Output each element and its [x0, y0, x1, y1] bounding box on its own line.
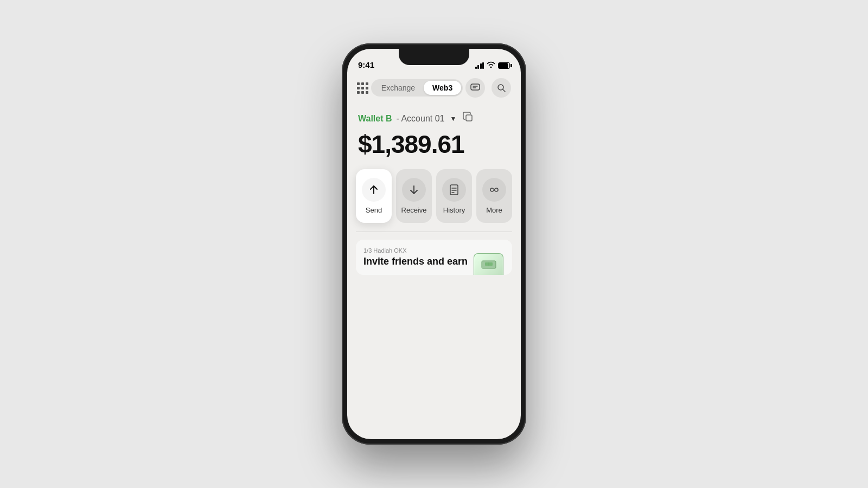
tab-web3[interactable]: Web3: [424, 81, 461, 95]
status-icons: [475, 61, 510, 69]
dropdown-arrow-icon[interactable]: ▼: [450, 115, 456, 123]
search-icon: [497, 84, 506, 92]
tab-switcher: Exchange Web3: [371, 79, 463, 97]
svg-rect-8: [450, 185, 458, 195]
copy-icon: [463, 112, 474, 123]
send-icon-circle: [362, 178, 386, 202]
svg-rect-0: [471, 84, 480, 90]
receive-icon-circle: [402, 178, 426, 202]
search-button[interactable]: [492, 78, 511, 98]
more-infinity-icon: [488, 184, 500, 196]
svg-line-4: [503, 89, 505, 92]
top-nav: Exchange Web3: [347, 73, 521, 103]
send-arrow-icon: [368, 184, 380, 196]
wallet-name[interactable]: Wallet B: [358, 114, 392, 124]
svg-rect-5: [466, 115, 472, 121]
banner-section[interactable]: 1/3 Hadiah OKX Invite friends and earn: [347, 232, 521, 282]
message-icon: [470, 84, 480, 92]
banner-card[interactable]: 1/3 Hadiah OKX Invite friends and earn: [356, 240, 512, 275]
tab-exchange[interactable]: Exchange: [373, 81, 424, 95]
balance-amount: $1,389.61: [358, 131, 510, 158]
account-header: Wallet B - Account 01 ▼: [358, 112, 510, 125]
message-button[interactable]: [465, 78, 485, 98]
grid-menu-icon[interactable]: [357, 82, 368, 94]
banner-label: 1/3 Hadiah OKX: [363, 247, 505, 254]
wifi-icon: [487, 61, 495, 69]
phone-screen: 9:41: [347, 49, 521, 439]
more-button[interactable]: More: [476, 169, 512, 223]
more-label: More: [486, 206, 502, 214]
account-section: Wallet B - Account 01 ▼ $1,389.61: [347, 103, 521, 163]
screen-content: Exchange Web3: [347, 73, 521, 439]
action-buttons: Send Receive: [347, 163, 521, 232]
nav-actions: [465, 78, 511, 98]
banner-image: [474, 253, 503, 275]
receive-arrow-icon: [408, 184, 420, 196]
copy-address-button[interactable]: [463, 112, 474, 125]
more-icon-circle: [482, 178, 506, 202]
history-icon-circle: [442, 178, 466, 202]
send-button[interactable]: Send: [356, 169, 392, 223]
status-time: 9:41: [358, 60, 374, 69]
history-button[interactable]: History: [436, 169, 472, 223]
phone-mockup: 9:41: [342, 43, 526, 445]
history-doc-icon: [448, 184, 460, 196]
send-label: Send: [366, 206, 382, 214]
receive-button[interactable]: Receive: [396, 169, 432, 223]
history-label: History: [443, 206, 465, 214]
battery-icon: [498, 62, 510, 69]
receive-label: Receive: [401, 206, 427, 214]
signal-icon: [475, 62, 484, 69]
account-separator: - Account 01: [397, 114, 445, 124]
phone-notch: [399, 49, 469, 65]
